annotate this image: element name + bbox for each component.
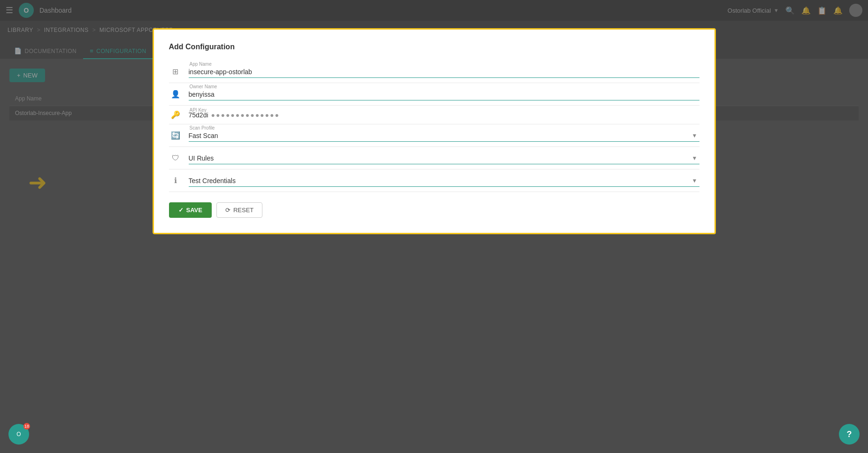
shield-icon: 🛡 bbox=[169, 154, 182, 162]
modal-buttons: ✓ SAVE ⟳ RESET bbox=[169, 202, 699, 218]
api-key-label: API Key bbox=[189, 107, 207, 113]
owner-name-field: Owner Name bbox=[189, 88, 699, 100]
test-credentials-wrapper: Test Credentials ▼ bbox=[189, 174, 699, 187]
modal-title: Add Configuration bbox=[169, 43, 699, 51]
app-name-label: App Name bbox=[189, 61, 213, 67]
help-button[interactable]: ? bbox=[839, 424, 860, 445]
form-row-test-credentials: ℹ Test Credentials ▼ bbox=[169, 169, 699, 192]
save-button[interactable]: ✓ SAVE bbox=[169, 202, 212, 218]
test-credentials-select[interactable]: Test Credentials bbox=[189, 174, 699, 187]
form-row-scan-profile: 🔄 Scan Profile Fast Scan Full Scan Custo… bbox=[169, 124, 699, 147]
ui-rules-select[interactable]: UI Rules bbox=[189, 152, 699, 164]
test-credentials-field: Test Credentials ▼ bbox=[189, 174, 699, 187]
info-icon: ℹ bbox=[169, 176, 182, 185]
scan-profile-field: Scan Profile Fast Scan Full Scan Custom … bbox=[189, 129, 699, 142]
ui-rules-field: UI Rules ▼ bbox=[189, 152, 699, 164]
bottom-avatar[interactable]: O 18 bbox=[8, 424, 29, 445]
api-key-field: API Key 75d2di ●●●●●●●●●●●●●● bbox=[189, 111, 699, 119]
refresh-icon: 🔄 bbox=[169, 131, 182, 140]
app-name-field: App Name bbox=[189, 65, 699, 78]
form-row-api-key: 🔑 API Key 75d2di ●●●●●●●●●●●●●● bbox=[169, 106, 699, 124]
scan-profile-wrapper: Fast Scan Full Scan Custom ▼ bbox=[189, 129, 699, 142]
save-check-icon: ✓ bbox=[178, 207, 184, 214]
form-row-owner-name: 👤 Owner Name bbox=[169, 83, 699, 106]
api-key-value: 75d2di ●●●●●●●●●●●●●● bbox=[189, 111, 699, 119]
form-row-app-name: ⊞ App Name bbox=[169, 61, 699, 83]
owner-name-input[interactable] bbox=[189, 88, 699, 100]
reset-button[interactable]: ⟳ RESET bbox=[216, 202, 262, 218]
avatar-badge: 18 bbox=[23, 423, 30, 430]
modal-overlay: Add Configuration ⊞ App Name 👤 Owner Nam… bbox=[0, 0, 868, 453]
api-key-dots: ●●●●●●●●●●●●●● bbox=[211, 111, 280, 119]
reset-circle-icon: ⟳ bbox=[225, 207, 230, 214]
grid-icon: ⊞ bbox=[169, 67, 182, 76]
app-name-input[interactable] bbox=[189, 65, 699, 78]
key-icon: 🔑 bbox=[169, 110, 182, 119]
owner-name-label: Owner Name bbox=[189, 84, 218, 89]
form-row-ui-rules: 🛡 UI Rules ▼ bbox=[169, 147, 699, 169]
modal-box: Add Configuration ⊞ App Name 👤 Owner Nam… bbox=[153, 28, 716, 234]
person-icon: 👤 bbox=[169, 90, 182, 99]
ui-rules-wrapper: UI Rules ▼ bbox=[189, 152, 699, 164]
scan-profile-select[interactable]: Fast Scan Full Scan Custom bbox=[189, 129, 699, 142]
